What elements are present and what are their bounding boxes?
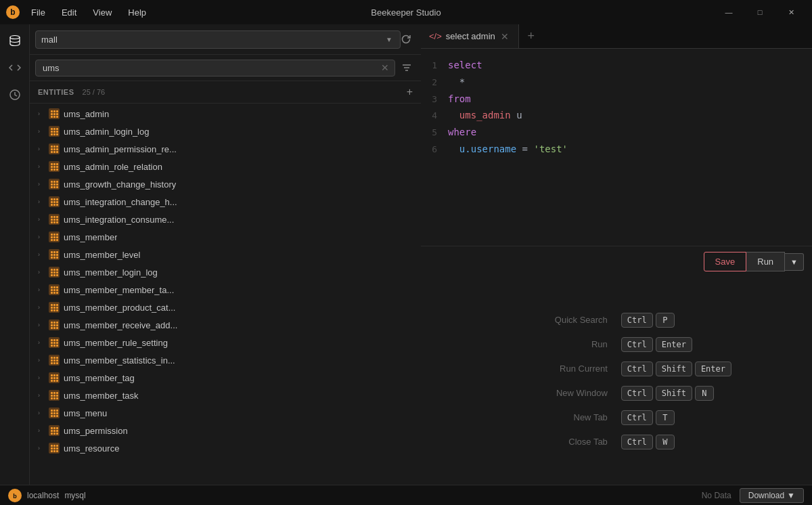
list-item[interactable]: › ums_member_rule_setting (30, 334, 421, 351)
new-tab-button[interactable]: + (519, 24, 543, 48)
list-item[interactable]: › ums_member_product_cat... (30, 299, 421, 316)
entity-name: ums_member_statistics_in... (64, 355, 175, 366)
entity-name: ums_member_tag (64, 373, 135, 383)
run-button[interactable]: Run (746, 252, 785, 271)
entity-name: ums_growth_change_history (64, 179, 176, 190)
shortcut-label: New Tab (501, 412, 608, 422)
clear-search-icon[interactable]: ✕ (380, 61, 390, 74)
expand-icon: › (38, 392, 45, 399)
list-item[interactable]: › ums_member_statistics_in... (30, 351, 421, 369)
no-data-label: No Data (702, 491, 731, 500)
run-dropdown-button[interactable]: ▼ (785, 253, 804, 271)
entity-name: ums_resource (64, 443, 119, 454)
shortcut-keys: CtrlShiftEnter (621, 361, 731, 376)
expand-icon: › (38, 322, 45, 328)
menu-help[interactable]: Help (121, 5, 153, 20)
shortcut-label: Close Tab (501, 437, 608, 447)
entities-count: 25 / 76 (83, 88, 106, 96)
main-layout: mall ▼ ✕ (0, 24, 812, 485)
code-editor[interactable]: 1 select 2 * 3 from 4 ums_admin u 5 wher… (421, 49, 812, 246)
entity-name: ums_member_rule_setting (64, 338, 168, 348)
close-button[interactable]: ✕ (775, 0, 807, 24)
list-item[interactable]: › ums_member_receive_add... (30, 316, 421, 334)
sidebar-history-icon[interactable] (4, 84, 26, 106)
table-icon (49, 284, 60, 295)
shortcut-label: Run Current (501, 364, 608, 374)
list-item[interactable]: › ums_admin_permission_re... (30, 140, 421, 158)
key-badge: N (695, 386, 714, 401)
list-item[interactable]: › ums_integration_consume... (30, 211, 421, 228)
table-icon (49, 408, 60, 418)
add-entity-button[interactable]: + (407, 87, 413, 97)
maximize-button[interactable]: □ (744, 0, 775, 24)
expand-icon: › (38, 234, 45, 240)
list-item[interactable]: › ums_member_login_log (30, 263, 421, 281)
expand-icon: › (38, 146, 45, 152)
sidebar-code-icon[interactable] (4, 57, 26, 79)
download-button[interactable]: Download ▼ (740, 488, 804, 503)
connection-icon: b (8, 489, 22, 502)
filter-icon[interactable] (398, 59, 415, 76)
table-icon (49, 443, 60, 454)
shortcut-keys: CtrlP (621, 313, 731, 328)
list-item[interactable]: › ums_member_member_ta... (30, 281, 421, 299)
table-icon (49, 179, 60, 190)
list-item[interactable]: › ums_admin_role_relation (30, 158, 421, 175)
tab-close-icon[interactable]: ✕ (499, 31, 510, 42)
list-item[interactable]: › ums_member_level (30, 246, 421, 263)
entities-label: ENTITIES (38, 88, 74, 96)
list-item[interactable]: › ums_integration_change_h... (30, 193, 421, 211)
expand-icon: › (38, 128, 45, 135)
editor-toolbar: Save Run ▼ (421, 246, 812, 277)
shortcuts-grid: Quick SearchCtrlPRunCtrlEnterRun Current… (501, 313, 731, 449)
key-badge: Ctrl (621, 337, 653, 352)
table-icon (49, 161, 60, 172)
list-item[interactable]: › ums_admin_login_log (30, 123, 421, 140)
table-icon (49, 232, 60, 242)
sidebar: mall ▼ ✕ (30, 24, 421, 485)
app-logo: b (5, 5, 20, 20)
list-item[interactable]: › ums_admin (30, 105, 421, 123)
list-item[interactable]: › ums_resource (30, 439, 421, 457)
svg-point-2 (10, 36, 20, 39)
entities-header: ENTITIES 25 / 76 + (30, 81, 421, 104)
entity-list: › ums_admin › ums_admin_login_log › ums_… (30, 104, 421, 485)
shortcut-keys: CtrlEnter (621, 337, 731, 352)
menu-view[interactable]: View (86, 5, 118, 20)
key-badge: P (656, 313, 675, 328)
expand-icon: › (38, 198, 45, 205)
expand-icon: › (38, 216, 45, 223)
statusbar: b localhost mysql No Data Download ▼ (0, 485, 812, 505)
list-item[interactable]: › ums_permission (30, 422, 421, 439)
connection-select[interactable]: mall (35, 30, 401, 49)
list-item[interactable]: › ums_member (30, 228, 421, 246)
table-icon (49, 126, 60, 137)
entity-name: ums_admin_role_relation (64, 162, 162, 172)
entity-name: ums_member_receive_add... (64, 320, 177, 330)
tab-select-admin[interactable]: </> select admin ✕ (421, 24, 519, 48)
minimize-button[interactable]: ― (713, 0, 744, 24)
expand-icon: › (38, 181, 45, 188)
sidebar-db-icon[interactable] (4, 30, 26, 51)
table-icon (49, 196, 60, 207)
search-input[interactable] (40, 60, 380, 76)
key-badge: Enter (695, 361, 731, 376)
expand-icon: › (38, 339, 45, 346)
code-line-4: 4 ums_admin u (421, 107, 812, 124)
expand-icon: › (38, 304, 45, 311)
list-item[interactable]: › ums_menu (30, 404, 421, 422)
menu-file[interactable]: File (24, 5, 52, 20)
key-badge: Enter (656, 337, 692, 352)
table-icon (49, 337, 60, 348)
expand-icon: › (38, 374, 45, 381)
list-item[interactable]: › ums_growth_change_history (30, 175, 421, 193)
list-item[interactable]: › ums_member_task (30, 387, 421, 404)
key-badge: Ctrl (621, 386, 653, 401)
list-item[interactable]: › ums_member_tag (30, 369, 421, 387)
menu-edit[interactable]: Edit (55, 5, 83, 20)
table-icon (49, 425, 60, 436)
key-badge: T (656, 410, 675, 425)
save-button[interactable]: Save (704, 252, 747, 271)
expand-icon: › (38, 251, 45, 258)
table-icon (49, 144, 60, 154)
